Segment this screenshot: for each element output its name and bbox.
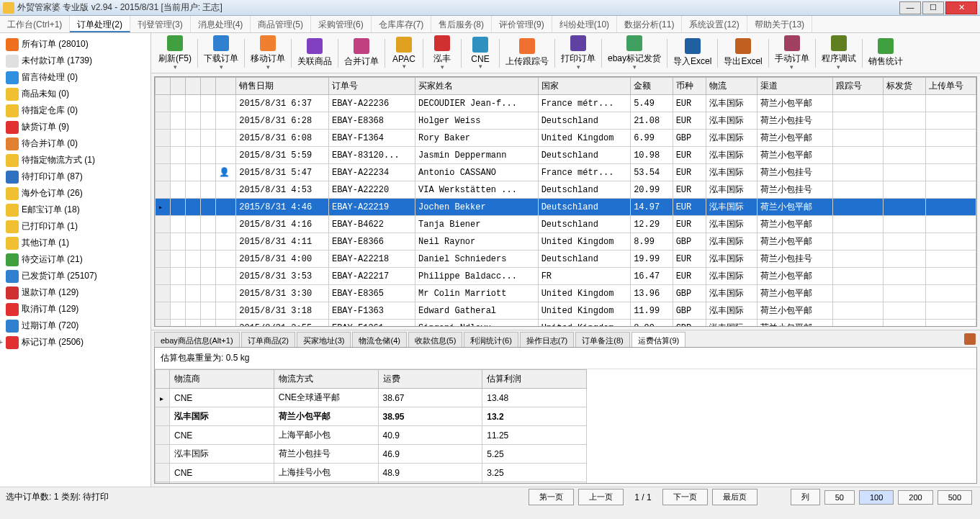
cell[interactable] bbox=[171, 112, 186, 130]
cell[interactable] bbox=[884, 251, 926, 268]
cell[interactable]: 泓丰国际 bbox=[706, 130, 757, 147]
cell[interactable] bbox=[832, 251, 883, 268]
cell[interactable]: EBAY-F1364 bbox=[328, 130, 415, 147]
cell[interactable] bbox=[832, 95, 883, 112]
order-row[interactable]: 2015/8/31 3:18EBAY-F1363Edward GatheralU… bbox=[156, 302, 976, 320]
cell[interactable] bbox=[186, 112, 201, 130]
cell[interactable] bbox=[216, 268, 236, 285]
cell[interactable] bbox=[186, 199, 201, 216]
toolbar-泓丰[interactable]: 泓丰▾ bbox=[425, 34, 459, 72]
toolbar-移动订单[interactable]: 移动订单▾ bbox=[246, 34, 289, 72]
order-row[interactable]: 2015/8/31 4:53EBAY-A22220VIA Werkstätten… bbox=[156, 181, 976, 199]
cell[interactable]: 荷兰小包挂号 bbox=[757, 181, 832, 199]
detail-tab-6[interactable]: 操作日志(7) bbox=[520, 332, 574, 347]
cell[interactable]: 8.99 bbox=[631, 320, 673, 328]
toolbar-APAC[interactable]: APAC▾ bbox=[387, 35, 421, 71]
cell[interactable]: France métr... bbox=[538, 95, 631, 112]
cell[interactable]: EUR bbox=[673, 216, 706, 233]
detail-tab-7[interactable]: 订单备注(8) bbox=[575, 332, 629, 347]
cell[interactable] bbox=[832, 320, 883, 328]
first-page-button[interactable]: 第一页 bbox=[529, 489, 574, 505]
toolbar-打印订单[interactable]: 打印订单▾ bbox=[557, 34, 600, 72]
shipping-row[interactable]: CNECNE全球通挂号49.772.38 bbox=[156, 482, 587, 484]
detail-tab-4[interactable]: 收款信息(5) bbox=[408, 332, 462, 347]
cell[interactable]: Mr Colin Marriott bbox=[415, 285, 539, 302]
cell[interactable] bbox=[832, 181, 883, 199]
cell[interactable]: Tanja Biener bbox=[415, 216, 539, 233]
toolbar-关联商品[interactable]: 关联商品 bbox=[293, 37, 336, 69]
cell[interactable] bbox=[925, 199, 976, 216]
cell[interactable]: Deutschland bbox=[538, 181, 631, 199]
cell[interactable] bbox=[171, 285, 186, 302]
cell[interactable] bbox=[216, 130, 236, 147]
cell[interactable] bbox=[186, 181, 201, 199]
col-上传单号[interactable]: 上传单号 bbox=[925, 78, 976, 95]
cell[interactable]: EUR bbox=[673, 181, 706, 199]
col-[interactable] bbox=[171, 78, 186, 95]
order-row[interactable]: 2015/8/31 4:11EBAY-E8366Neil RaynorUnite… bbox=[156, 233, 976, 251]
cell[interactable]: 2015/8/31 5:47 bbox=[236, 164, 329, 181]
toolbar-销售统计[interactable]: 销售统计 bbox=[864, 37, 907, 69]
cell[interactable]: GBP bbox=[673, 233, 706, 251]
col-金额[interactable]: 金额 bbox=[631, 78, 673, 95]
cell[interactable]: EBAY-83120... bbox=[328, 147, 415, 164]
order-row[interactable]: 👤2015/8/31 5:47EBAY-A22234Antonio CASSAN… bbox=[156, 164, 976, 181]
cell[interactable]: 荷兰小包平邮 bbox=[757, 320, 832, 328]
cell[interactable] bbox=[171, 320, 186, 328]
order-row[interactable]: 2015/8/31 6:37EBAY-A22236DECOUDIER Jean-… bbox=[156, 95, 976, 112]
cell[interactable] bbox=[884, 95, 926, 112]
sidebar-item-7[interactable]: 待指定物流方式 (1) bbox=[0, 152, 150, 168]
cell[interactable] bbox=[201, 147, 216, 164]
col-渠道[interactable]: 渠道 bbox=[757, 78, 832, 95]
minimize-button[interactable]: — bbox=[899, 1, 921, 14]
cell[interactable] bbox=[925, 320, 976, 328]
col-物流[interactable]: 物流 bbox=[706, 78, 757, 95]
cell[interactable]: GBP bbox=[673, 302, 706, 320]
toolbar-刷新(F5)[interactable]: 刷新(F5)▾ bbox=[154, 34, 196, 72]
cell[interactable] bbox=[201, 268, 216, 285]
menu-tab-2[interactable]: 刊登管理(3) bbox=[130, 16, 191, 32]
order-row[interactable]: 2015/8/31 2:55EBAY-F1361Singani NdlovuUn… bbox=[156, 320, 976, 328]
cell[interactable] bbox=[925, 130, 976, 147]
cell[interactable] bbox=[925, 95, 976, 112]
detail-tab-3[interactable]: 物流仓储(4) bbox=[352, 332, 406, 347]
menu-tab-7[interactable]: 售后服务(8) bbox=[431, 16, 492, 32]
cell[interactable] bbox=[201, 251, 216, 268]
cell[interactable]: EBAY-E8366 bbox=[328, 233, 415, 251]
cell[interactable] bbox=[832, 130, 883, 147]
cell[interactable]: 6.99 bbox=[631, 130, 673, 147]
cell[interactable]: Neil Raynor bbox=[415, 233, 539, 251]
bcol-物流方式[interactable]: 物流方式 bbox=[274, 370, 378, 389]
col-跟踪号[interactable]: 跟踪号 bbox=[832, 78, 883, 95]
pagesize-50[interactable]: 50 bbox=[824, 490, 855, 505]
sidebar-item-1[interactable]: 未付款订单 (1739) bbox=[0, 53, 150, 69]
pagesize-500[interactable]: 500 bbox=[938, 490, 972, 505]
bcol-物流商[interactable]: 物流商 bbox=[170, 370, 274, 389]
cell[interactable]: EBAY-A22234 bbox=[328, 164, 415, 181]
cell[interactable] bbox=[171, 95, 186, 112]
cell[interactable]: Jasmin Deppermann bbox=[415, 147, 539, 164]
cell[interactable] bbox=[201, 216, 216, 233]
cell[interactable]: 10.98 bbox=[631, 147, 673, 164]
cell[interactable] bbox=[884, 268, 926, 285]
detail-tab-5[interactable]: 利润统计(6) bbox=[464, 332, 518, 347]
cell[interactable] bbox=[216, 199, 236, 216]
cell[interactable]: 2015/8/31 4:00 bbox=[236, 251, 329, 268]
sidebar-item-12[interactable]: 其他订单 (1) bbox=[0, 235, 150, 251]
cell[interactable] bbox=[925, 285, 976, 302]
cell[interactable] bbox=[171, 164, 186, 181]
cell[interactable]: 荷兰小包平邮 bbox=[757, 147, 832, 164]
cell[interactable] bbox=[216, 251, 236, 268]
cell[interactable]: United Kingdom bbox=[538, 285, 631, 302]
order-row[interactable]: 2015/8/31 6:08EBAY-F1364Rory BakerUnited… bbox=[156, 130, 976, 147]
cell[interactable]: 2015/8/31 6:28 bbox=[236, 112, 329, 130]
cell[interactable]: EBAY-E8365 bbox=[328, 285, 415, 302]
cell[interactable] bbox=[832, 285, 883, 302]
sidebar-item-13[interactable]: 待交运订单 (21) bbox=[0, 251, 150, 268]
cell[interactable]: EUR bbox=[673, 95, 706, 112]
shipping-estimate-grid[interactable]: 物流商物流方式运费估算利润CNECNE全球通平邮38.6713.48泓丰国际荷兰… bbox=[155, 369, 587, 483]
cell[interactable]: 2015/8/31 4:11 bbox=[236, 233, 329, 251]
book-icon[interactable] bbox=[964, 333, 976, 345]
col-币种[interactable]: 币种 bbox=[673, 78, 706, 95]
cell[interactable]: 2015/8/31 3:53 bbox=[236, 268, 329, 285]
